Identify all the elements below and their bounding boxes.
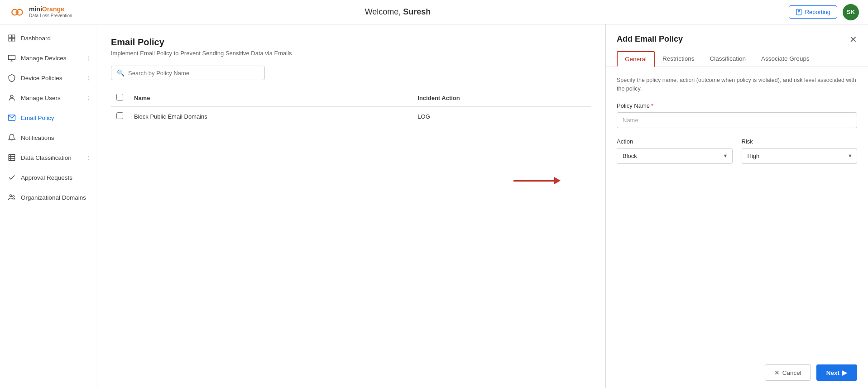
cancel-label: Cancel: [782, 369, 801, 376]
header-welcome: Welcome, Suresh: [365, 7, 431, 17]
sidebar-label-approval-requests: Approval Requests: [21, 174, 72, 181]
risk-select[interactable]: High Medium Low: [742, 148, 858, 164]
tab-associate-groups[interactable]: Associate Groups: [753, 51, 817, 67]
logo-mini: mini: [29, 5, 42, 13]
sidebar-item-manage-users[interactable]: Manage Users 〉: [0, 88, 97, 108]
sidebar-label-data-classification: Data Classification: [21, 154, 72, 161]
tab-restrictions[interactable]: Restrictions: [655, 51, 702, 67]
sidebar-item-data-classification[interactable]: Data Classification 〉: [0, 148, 97, 168]
logo-name: miniOrange: [29, 5, 72, 13]
risk-select-wrap: High Medium Low ▼: [742, 148, 858, 164]
reporting-label: Reporting: [805, 9, 830, 15]
sidebar-label-notifications: Notifications: [21, 134, 54, 141]
action-label: Action: [617, 138, 733, 145]
sidebar-item-dashboard[interactable]: Dashboard: [0, 28, 97, 48]
svg-rect-16: [9, 154, 15, 161]
risk-label: Risk: [742, 138, 858, 145]
row-incident-action: LOG: [412, 107, 591, 126]
arrow-line: [513, 180, 554, 182]
organizational-domains-icon: [7, 193, 16, 202]
policy-name-input[interactable]: [617, 112, 857, 128]
logo-sub: Data Loss Prevention: [29, 13, 72, 19]
email-policy-main-panel: Email Policy Implement Email Policy to P…: [97, 24, 605, 388]
sidebar-item-device-policies[interactable]: Device Policies 〉: [0, 68, 97, 88]
add-policy-footer: ✕ Cancel Next ▶: [606, 357, 868, 388]
svg-point-20: [10, 195, 12, 197]
next-label: Next: [826, 369, 839, 376]
select-all-checkbox[interactable]: [116, 94, 123, 101]
tabs-row: General Restrictions Classification Asso…: [606, 44, 868, 67]
sidebar-item-notifications[interactable]: Notifications: [0, 128, 97, 148]
panel-title: Email Policy: [111, 37, 591, 48]
risk-dropdown-group: Risk High Medium Low ▼: [742, 138, 858, 164]
required-star: *: [651, 102, 653, 109]
next-arrow-icon: ▶: [842, 369, 847, 376]
header-right: Reporting SK: [789, 4, 859, 20]
action-select-wrap: Block Log Warn ▼: [617, 148, 733, 164]
svg-rect-7: [9, 35, 11, 38]
table-row: Block Public Email Domains LOG: [111, 107, 591, 126]
chevron-icon: 〉: [88, 155, 90, 161]
row-name: Block Public Email Domains: [129, 107, 412, 126]
email-policy-icon: [7, 113, 16, 122]
main-layout: Dashboard Manage Devices 〉 Device Polici…: [0, 24, 868, 388]
sidebar-label-manage-devices: Manage Devices: [21, 55, 67, 62]
logo-orange: Orange: [42, 5, 64, 13]
col-name: Name: [129, 89, 412, 107]
content-area: Email Policy Implement Email Policy to P…: [97, 24, 868, 388]
arrow-indicator: [513, 177, 561, 184]
top-header: miniOrange Data Loss Prevention Welcome,…: [0, 0, 868, 24]
dropdowns-row: Action Block Log Warn ▼ Risk: [617, 138, 857, 164]
row-checkbox[interactable]: [116, 112, 123, 119]
search-input[interactable]: [128, 70, 259, 77]
action-dropdown-group: Action Block Log Warn ▼: [617, 138, 733, 164]
select-all-cell: [111, 89, 129, 107]
sidebar: Dashboard Manage Devices 〉 Device Polici…: [0, 24, 97, 388]
svg-rect-8: [12, 35, 15, 38]
data-classification-icon: [7, 153, 16, 162]
tab-classification[interactable]: Classification: [702, 51, 754, 67]
close-button[interactable]: ✕: [849, 35, 857, 44]
manage-devices-icon: [7, 53, 16, 62]
panel-subtitle: Implement Email Policy to Prevent Sendin…: [111, 50, 591, 57]
reporting-button[interactable]: Reporting: [789, 5, 837, 19]
policy-table: Name Incident Action Block Public Email …: [111, 89, 591, 126]
dashboard-icon: [7, 34, 16, 43]
search-bar: 🔍: [111, 66, 265, 80]
add-policy-title: Add Email Policy: [617, 34, 683, 44]
policy-hint: Specify the policy name, action (outcome…: [617, 76, 857, 93]
search-icon: 🔍: [117, 69, 125, 77]
logo-text: miniOrange Data Loss Prevention: [29, 5, 72, 19]
action-select[interactable]: Block Log Warn: [617, 148, 733, 164]
svg-point-2: [15, 10, 19, 14]
logo-area: miniOrange Data Loss Prevention: [9, 4, 72, 20]
notifications-icon: [7, 133, 16, 142]
svg-rect-11: [9, 55, 15, 60]
chevron-icon: 〉: [88, 55, 90, 61]
sidebar-item-approval-requests[interactable]: Approval Requests: [0, 168, 97, 187]
sidebar-label-organizational-domains: Organizational Domains: [21, 194, 86, 201]
sidebar-label-device-policies: Device Policies: [21, 75, 62, 81]
sidebar-item-manage-devices[interactable]: Manage Devices 〉: [0, 48, 97, 68]
sidebar-item-organizational-domains[interactable]: Organizational Domains: [0, 187, 97, 207]
next-button[interactable]: Next ▶: [816, 364, 857, 381]
cancel-button[interactable]: ✕ Cancel: [765, 364, 811, 381]
arrow-head: [554, 177, 561, 184]
sidebar-label-dashboard: Dashboard: [21, 35, 51, 42]
chevron-icon: 〉: [88, 75, 90, 81]
policy-name-field: Policy Name *: [617, 102, 857, 136]
cancel-x-icon: ✕: [774, 369, 780, 376]
add-policy-panel: Add Email Policy ✕ General Restrictions …: [605, 24, 868, 388]
manage-users-icon: [7, 93, 16, 102]
policy-name-label: Policy Name *: [617, 102, 857, 109]
sidebar-label-email-policy: Email Policy: [21, 115, 54, 121]
tab-general[interactable]: General: [617, 51, 655, 67]
device-policies-icon: [7, 73, 16, 82]
svg-rect-10: [12, 38, 15, 41]
add-policy-body: Specify the policy name, action (outcome…: [606, 67, 868, 357]
col-incident-action: Incident Action: [412, 89, 591, 107]
sidebar-label-manage-users: Manage Users: [21, 95, 61, 101]
logo-icon: [9, 4, 25, 20]
chevron-icon: 〉: [88, 95, 90, 101]
sidebar-item-email-policy[interactable]: Email Policy: [0, 108, 97, 128]
